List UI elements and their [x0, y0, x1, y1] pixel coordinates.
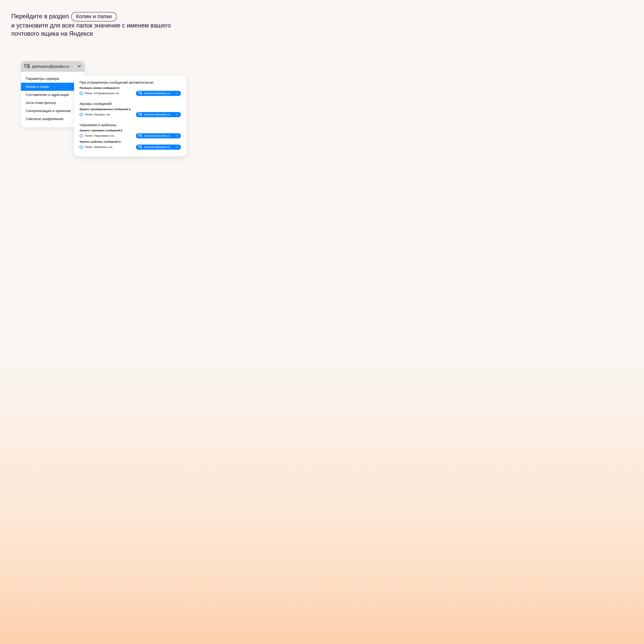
option-row-sent: Папку «Отправленные» на: petrivanov@yand… — [80, 91, 181, 96]
sub-label-archive: Хранить архивированные сообщения в: — [80, 108, 181, 111]
option-label-sent: Папку «Отправленные» на: — [85, 92, 120, 95]
svg-rect-7 — [141, 136, 142, 137]
section-title-sending: При отправлении сообщений автоматически: — [80, 80, 181, 85]
instruction-part2: и установите для всех папок значение с и… — [11, 22, 171, 37]
account-dropdown-archive[interactable]: petrivanov@yandex.ru — [136, 112, 181, 117]
mail-lock-icon — [138, 113, 142, 116]
radio-icon[interactable] — [80, 113, 83, 116]
svg-rect-5 — [141, 114, 142, 116]
dropdown-value: petrivanov@yandex.ru — [144, 146, 174, 149]
sub-label-templates: Хранить шаблоны сообщений в: — [80, 140, 181, 143]
mail-lock-icon — [138, 92, 142, 95]
svg-rect-9 — [141, 147, 142, 148]
instruction-pill: Копии и папки — [71, 12, 117, 21]
mail-lock-icon — [138, 134, 142, 138]
account-dropdown-drafts[interactable]: petrivanov@yandex.ru — [136, 133, 181, 138]
account-dropdown-templates[interactable]: petrivanov@yandex.ru — [136, 145, 181, 150]
radio-icon[interactable] — [80, 146, 83, 149]
chevron-down-icon — [176, 92, 178, 95]
instruction-text: Перейдите в раздел Копии и папки и устан… — [11, 12, 195, 38]
option-label-templates: Папке «Шаблоны» на: — [85, 146, 116, 149]
option-row-archive: Папке «Архивы» на: petrivanov@yandex.ru — [80, 112, 181, 117]
option-row-templates: Папке «Шаблоны» на: petrivanov@yandex.ru — [80, 145, 181, 150]
option-label-archive: Папке «Архивы» на: — [85, 113, 116, 116]
sub-label-sent-copy: Помещать копию сообщения в: — [80, 87, 181, 89]
instruction-part1: Перейдите в раздел — [11, 13, 69, 20]
option-label-drafts: Папке «Черновики» на: — [85, 134, 116, 137]
account-header[interactable]: petrivanov@yandex.ru — [21, 61, 85, 72]
section-title-archives: Архивы сообщений — [80, 102, 181, 106]
dropdown-value: petrivanov@yandex.ru — [144, 92, 174, 95]
sub-label-drafts: Хранить черновики сообщений в: — [80, 129, 181, 132]
chevron-down-icon — [77, 65, 81, 68]
account-dropdown-sent[interactable]: petrivanov@yandex.ru — [136, 91, 181, 96]
chevron-down-icon — [176, 146, 178, 149]
mail-lock-icon — [24, 64, 30, 69]
svg-rect-1 — [28, 66, 30, 68]
option-row-drafts: Папке «Черновики» на: petrivanov@yandex.… — [80, 133, 181, 138]
svg-rect-3 — [141, 93, 142, 94]
chevron-down-icon — [176, 134, 178, 137]
radio-icon[interactable] — [80, 92, 83, 95]
radio-icon[interactable] — [80, 134, 83, 137]
folder-settings-panel: При отправлении сообщений автоматически:… — [74, 76, 186, 156]
dropdown-value: petrivanov@yandex.ru — [144, 134, 174, 137]
chevron-down-icon — [176, 113, 178, 116]
dropdown-value: petrivanov@yandex.ru — [144, 113, 174, 116]
section-title-drafts-templates: Черновики и шаблоны — [80, 123, 181, 127]
account-email: petrivanov@yandex.ru — [32, 64, 75, 69]
mail-lock-icon — [138, 145, 142, 149]
